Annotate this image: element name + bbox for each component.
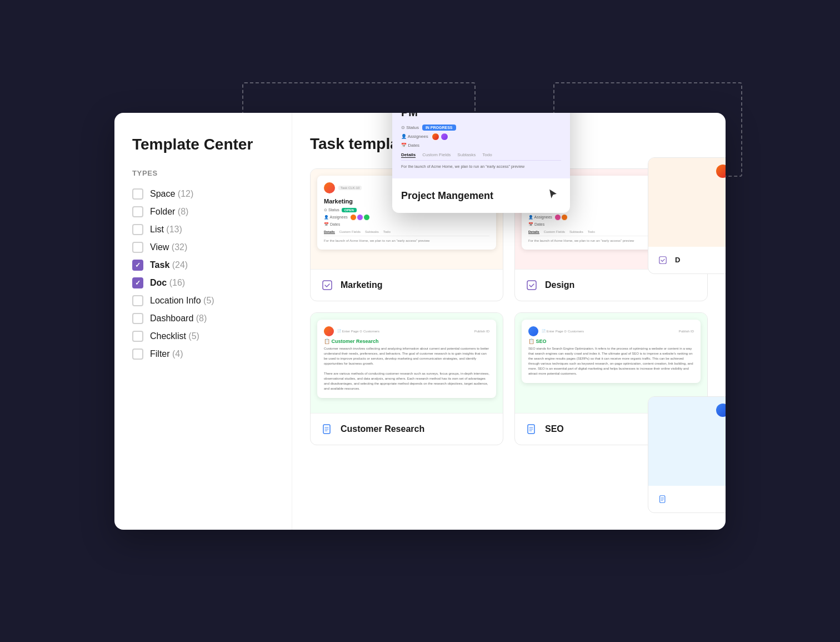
template-card-partial-bottom[interactable] <box>648 396 726 513</box>
popup-body: For the launch of Acme Home, we plan to … <box>401 164 561 170</box>
doc-icon-seo <box>524 421 539 437</box>
popup-tab-custom-fields[interactable]: Custom Fields <box>422 152 451 158</box>
sidebar-title: Template Center <box>132 135 274 154</box>
mini-avatar-1 <box>350 214 357 221</box>
doc-preview-customer: 📄 Enter Page ⊙ Customers Publish ID 📋 Cu… <box>317 320 496 398</box>
tab-todo-design: Todo <box>588 230 595 234</box>
popup-tab-details[interactable]: Details <box>401 152 416 158</box>
checkbox-location[interactable] <box>132 295 143 306</box>
assignee-avatar-1 <box>432 133 439 141</box>
popup-preview: Task CLK-10 ⚑ ↺ ✱ … PM ⊙ Status IN PROGR… <box>392 113 570 179</box>
checkbox-doc[interactable] <box>132 277 143 288</box>
filter-space[interactable]: Space (12) <box>132 185 274 203</box>
doc-icon-customer <box>319 421 335 437</box>
checkbox-checklist[interactable] <box>132 331 143 342</box>
checkbox-dashboard[interactable] <box>132 313 143 324</box>
filter-list[interactable]: List (13) <box>132 221 274 238</box>
footer-marketing: Marketing <box>311 269 503 301</box>
filter-dashboard-count: (8) <box>196 313 207 323</box>
tab-subtasks: Subtasks <box>365 230 379 234</box>
doc-meta-text-seo: 📄 Enter Page ⊙ Customers <box>542 330 584 333</box>
footer-customer: Customer Research <box>311 413 503 445</box>
filter-checklist-count: (5) <box>188 331 199 341</box>
checkbox-filter[interactable] <box>132 349 143 360</box>
filter-view-count: (32) <box>172 242 187 252</box>
filter-list-count: (13) <box>166 225 182 234</box>
filter-checklist[interactable]: Checklist (5) <box>132 327 274 345</box>
preview-tabs-marketing: Details Custom Fields Subtasks Todo <box>324 230 489 236</box>
tab-todo: Todo <box>383 230 391 234</box>
main-content: Task templates Task CLK-10 <box>292 113 726 530</box>
doc-body-seo: SEO stands for Search Engine Optimizatio… <box>528 346 694 376</box>
popup-assignees-avatars <box>432 133 448 141</box>
template-card-partial-top[interactable]: D <box>648 157 726 274</box>
filter-filter-label: Filter (4) <box>150 349 183 359</box>
filter-filter-count: (4) <box>172 349 183 359</box>
filter-location[interactable]: Location Info (5) <box>132 292 274 310</box>
doc-meta-seo: 📄 Enter Page ⊙ Customers <box>542 329 584 333</box>
preview-avatar-marketing <box>324 182 335 193</box>
doc-body-customer: Customer research involves collecting an… <box>324 346 489 391</box>
svg-rect-1 <box>527 281 536 290</box>
doc-avatar-customer <box>324 326 334 336</box>
checkbox-list[interactable] <box>132 224 143 235</box>
filter-view[interactable]: View (32) <box>132 238 274 256</box>
tab-custom-fields-design: Custom Fields <box>544 230 565 234</box>
popup-card: Task CLK-10 ⚑ ↺ ✱ … PM ⊙ Status IN PROGR… <box>392 113 570 213</box>
tab-custom-fields: Custom Fields <box>339 230 361 234</box>
doc-id-seo: Publish ID <box>679 330 694 333</box>
filter-space-count: (12) <box>178 189 193 198</box>
popup-status-badge: IN PROGRESS <box>422 125 456 131</box>
checkbox-task[interactable] <box>132 260 143 271</box>
template-name-customer: Customer Research <box>341 424 424 434</box>
cursor-icon <box>546 186 561 205</box>
filter-space-label: Space (12) <box>150 189 193 199</box>
filter-doc[interactable]: Doc (16) <box>132 274 274 292</box>
preview-dates-marketing: 📅 Dates <box>324 222 489 227</box>
filter-checklist-label: Checklist (5) <box>150 331 199 341</box>
partial-avatar-bottom <box>716 404 726 417</box>
partial-preview-bottom <box>648 397 726 486</box>
partial-avatar-top <box>716 165 726 178</box>
popup-template-name: Project Mangement <box>401 190 493 202</box>
filter-location-count: (5) <box>203 296 214 305</box>
partial-footer-top: D <box>648 247 726 273</box>
checkbox-folder[interactable] <box>132 206 143 217</box>
doc-id: Publish ID <box>474 330 489 333</box>
filter-task[interactable]: Task (24) <box>132 256 274 274</box>
filter-filter[interactable]: Filter (4) <box>132 345 274 363</box>
partial-name-top: D <box>675 256 680 264</box>
filter-dashboard[interactable]: Dashboard (8) <box>132 310 274 327</box>
partial-footer-bottom <box>648 486 726 512</box>
partial-preview-top <box>648 158 726 247</box>
mini-avatar-2 <box>357 214 363 221</box>
popup-tab-subtasks[interactable]: Subtasks <box>457 152 476 158</box>
partial-icon-top <box>655 252 671 268</box>
filter-list-label: List (13) <box>150 225 182 235</box>
filter-task-count: (24) <box>172 260 188 270</box>
template-card-customer-research[interactable]: 📄 Enter Page ⊙ Customers Publish ID 📋 Cu… <box>310 312 503 445</box>
avatar-row-design <box>554 214 568 221</box>
outer-wrapper: Template Center Types Space (12) Folder … <box>87 82 753 560</box>
popup-assignees: 👤 Assignees <box>401 133 561 141</box>
doc-header-seo: 📄 Enter Page ⊙ Customers Publish ID <box>528 326 694 336</box>
template-name-design: Design <box>545 280 574 290</box>
tab-details: Details <box>324 230 335 234</box>
filter-folder-count: (8) <box>178 207 189 216</box>
doc-header-customer: 📄 Enter Page ⊙ Customers Publish ID <box>324 326 489 336</box>
filter-dashboard-label: Dashboard (8) <box>150 313 207 324</box>
doc-title-seo: 📋 SEO <box>528 339 694 344</box>
checkbox-view[interactable] <box>132 242 143 253</box>
status-badge-open: OPEN <box>342 208 357 212</box>
filter-task-label: Task (24) <box>150 260 188 270</box>
filter-folder[interactable]: Folder (8) <box>132 203 274 221</box>
checkbox-space[interactable] <box>132 188 143 200</box>
filter-doc-count: (16) <box>169 278 185 287</box>
sidebar-types-label: Types <box>132 169 274 177</box>
doc-meta-text: 📄 Enter Page ⊙ Customers <box>337 330 379 333</box>
assignee-avatar-2 <box>441 133 448 141</box>
popup-tab-todo[interactable]: Todo <box>482 152 492 158</box>
tab-subtasks-design: Subtasks <box>569 230 583 234</box>
main-card: Template Center Types Space (12) Folder … <box>114 113 726 530</box>
doc-preview-seo: 📄 Enter Page ⊙ Customers Publish ID 📋 SE… <box>522 320 701 383</box>
